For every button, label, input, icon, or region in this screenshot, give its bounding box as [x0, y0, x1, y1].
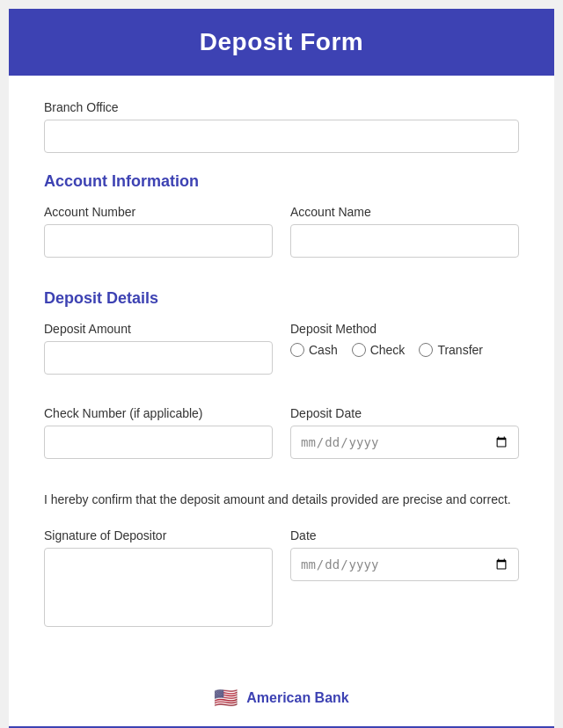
account-number-group: Account Number [44, 205, 273, 258]
form-container: Deposit Form Branch Office Account Infor… [9, 9, 554, 728]
radio-check-label[interactable]: Check [352, 343, 406, 357]
deposit-details-title: Deposit Details [44, 289, 519, 308]
radio-transfer[interactable] [419, 343, 433, 357]
radio-check[interactable] [352, 343, 366, 357]
date-group: Date [290, 528, 519, 581]
signature-label: Signature of Depositor [44, 528, 273, 542]
check-number-input[interactable] [44, 426, 273, 459]
deposit-date-label: Deposit Date [290, 406, 519, 420]
form-body: Branch Office Account Information Accoun… [9, 76, 554, 728]
flag-icon: 🇺🇸 [214, 687, 238, 710]
account-information-section: Account Information Account Number Accou… [44, 172, 519, 273]
radio-transfer-text: Transfer [437, 343, 483, 357]
branch-label: Branch Office [44, 100, 519, 114]
account-name-label: Account Name [290, 205, 519, 219]
footer: 🇺🇸 American Bank [44, 673, 519, 718]
account-number-input[interactable] [44, 224, 273, 258]
account-name-input[interactable] [290, 224, 519, 258]
form-header: Deposit Form [9, 9, 554, 76]
account-name-group: Account Name [290, 205, 519, 258]
radio-cash-label[interactable]: Cash [290, 343, 338, 357]
deposit-amount-method-row: Deposit Amount Deposit Method Cash Check [44, 322, 519, 390]
confirmation-text: I hereby confirm that the deposit amount… [44, 491, 519, 509]
form-title: Deposit Form [26, 28, 537, 56]
branch-input[interactable] [44, 120, 519, 153]
deposit-method-label: Deposit Method [290, 322, 519, 336]
branch-section: Branch Office [44, 100, 519, 153]
deposit-details-section: Deposit Details Deposit Amount Deposit M… [44, 289, 519, 475]
deposit-amount-label: Deposit Amount [44, 322, 273, 336]
check-date-row: Check Number (if applicable) Deposit Dat… [44, 406, 519, 475]
radio-check-text: Check [370, 343, 406, 357]
brand-name: American Bank [246, 690, 349, 706]
deposit-amount-group: Deposit Amount [44, 322, 273, 375]
deposit-method-radio-group: Cash Check Transfer [290, 343, 519, 357]
account-fields-row: Account Number Account Name [44, 205, 519, 273]
check-number-group: Check Number (if applicable) [44, 406, 273, 459]
signature-group: Signature of Depositor [44, 528, 273, 630]
radio-cash-text: Cash [309, 343, 338, 357]
signature-date-row: Signature of Depositor Date [44, 528, 519, 646]
deposit-date-group: Deposit Date [290, 406, 519, 459]
deposit-amount-input[interactable] [44, 341, 273, 375]
signature-textarea[interactable] [44, 548, 273, 627]
deposit-date-input[interactable] [290, 426, 519, 459]
date-label: Date [290, 528, 519, 542]
radio-transfer-label[interactable]: Transfer [419, 343, 483, 357]
radio-cash[interactable] [290, 343, 304, 357]
check-number-label: Check Number (if applicable) [44, 406, 273, 420]
account-information-title: Account Information [44, 172, 519, 191]
date-input[interactable] [290, 548, 519, 581]
deposit-method-group: Deposit Method Cash Check Transfer [290, 322, 519, 375]
account-number-label: Account Number [44, 205, 273, 219]
